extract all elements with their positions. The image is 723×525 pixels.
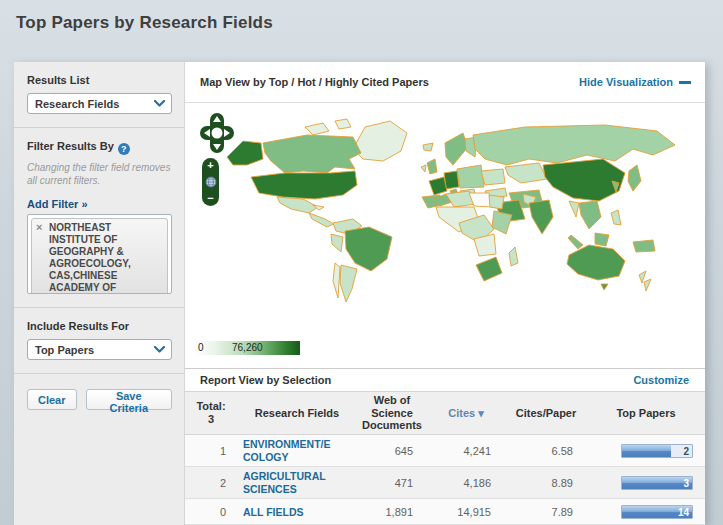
zoom-in-icon[interactable]: +: [207, 160, 213, 170]
legend-min: 0: [198, 342, 204, 353]
total-value: 3: [187, 413, 235, 426]
page-title: Top Papers by Research Fields: [16, 13, 273, 33]
report-view-title: Report View by Selection: [200, 374, 331, 386]
include-results-value: Top Papers: [35, 344, 94, 356]
column-header-cites[interactable]: Cites ▾: [427, 392, 505, 435]
cites-value: 4,186: [427, 467, 505, 499]
top-papers-value: 14: [678, 506, 689, 519]
save-criteria-button[interactable]: Save Criteria: [86, 389, 172, 410]
content-panel: Results List Research Fields Filter Resu…: [14, 62, 705, 525]
sort-desc-icon: ▾: [478, 407, 484, 419]
world-map[interactable]: [185, 103, 705, 368]
hide-visualization-label: Hide Visualization: [579, 76, 673, 88]
map-header: Map View by Top / Hot / Highly Cited Pap…: [185, 62, 705, 103]
top-papers-bar: 14: [621, 505, 693, 519]
row-number: 1: [185, 434, 237, 466]
total-label: Total:: [187, 400, 235, 413]
top-papers-bar-fill: [622, 477, 692, 489]
include-results-section: Include Results For Top Papers: [14, 307, 184, 373]
filter-chip-label: NORTHEAST INSTITUTE OF GEOGRAPHY & AGROE…: [49, 222, 163, 294]
filter-note: Changing the filter field removes all cu…: [27, 162, 172, 187]
map-legend: 0 76,260: [196, 341, 300, 355]
cites-per-paper-value: 8.89: [505, 467, 587, 499]
column-header-total: Total: 3: [185, 392, 237, 435]
report-header: Report View by Selection Customize: [185, 368, 705, 391]
table-row: 0 ALL FIELDS 1,891 14,915 7.89 14: [185, 499, 705, 525]
results-table: Total: 3 Research Fields Web of Science …: [185, 391, 705, 525]
column-header-cites-per-paper: Cites/Paper: [505, 392, 587, 435]
research-field-link[interactable]: ENVIRONMENT/ECOLOGY: [243, 438, 335, 463]
top-papers-value: 2: [683, 445, 689, 458]
clear-button[interactable]: Clear: [27, 389, 77, 410]
filter-results-label-text: Filter Results By: [27, 140, 114, 152]
results-list-value: Research Fields: [35, 98, 119, 110]
results-list-label: Results List: [27, 74, 172, 86]
filter-section: Filter Results By? Changing the filter f…: [14, 127, 184, 307]
filter-listbox[interactable]: × NORTHEAST INSTITUTE OF GEOGRAPHY & AGR…: [27, 214, 172, 294]
results-list-select[interactable]: Research Fields: [27, 93, 172, 114]
results-list-section: Results List Research Fields: [14, 62, 184, 127]
globe-icon[interactable]: [205, 176, 217, 188]
map-pan-control[interactable]: [199, 112, 235, 154]
filter-results-label: Filter Results By?: [27, 140, 172, 155]
column-header-documents: Web of Science Documents: [357, 392, 427, 435]
top-papers-bar: 3: [621, 476, 693, 490]
legend-max: 76,260: [232, 342, 263, 353]
research-field-link[interactable]: AGRICULTURAL SCIENCES: [243, 470, 335, 495]
table-row: 2 AGRICULTURAL SCIENCES 471 4,186 8.89 3: [185, 467, 705, 499]
cites-value: 14,915: [427, 499, 505, 525]
remove-filter-icon[interactable]: ×: [36, 221, 42, 233]
actions-section: Clear Save Criteria: [14, 373, 184, 423]
map-view-title: Map View by Top / Hot / Highly Cited Pap…: [200, 76, 429, 88]
help-icon[interactable]: ?: [118, 143, 130, 155]
customize-link[interactable]: Customize: [633, 374, 689, 386]
include-results-select[interactable]: Top Papers: [27, 339, 172, 360]
top-papers-value: 3: [683, 477, 689, 490]
documents-value: 1,891: [357, 499, 427, 525]
row-number: 2: [185, 467, 237, 499]
collapse-icon: [679, 81, 691, 84]
documents-value: 645: [357, 434, 427, 466]
hide-visualization-link[interactable]: Hide Visualization: [579, 76, 691, 88]
row-number: 0: [185, 499, 237, 525]
cites-label: Cites: [448, 407, 475, 419]
include-results-label: Include Results For: [27, 320, 172, 332]
cites-per-paper-value: 7.89: [505, 499, 587, 525]
main-content: Map View by Top / Hot / Highly Cited Pap…: [185, 62, 705, 525]
column-header-top-papers: Top Papers: [587, 392, 705, 435]
cites-value: 4,241: [427, 434, 505, 466]
documents-value: 471: [357, 467, 427, 499]
chevron-down-icon: [154, 346, 165, 353]
top-papers-bar: 2: [621, 444, 693, 458]
table-row: 1 ENVIRONMENT/ECOLOGY 645 4,241 6.58 2: [185, 434, 705, 466]
map-zoom-control[interactable]: + −: [202, 158, 219, 206]
zoom-out-icon[interactable]: −: [207, 193, 213, 203]
map-visualization: + − 0 76,260: [185, 103, 705, 368]
add-filter-link[interactable]: Add Filter »: [27, 198, 88, 210]
chevron-down-icon: [154, 100, 165, 107]
filter-chip[interactable]: × NORTHEAST INSTITUTE OF GEOGRAPHY & AGR…: [31, 218, 168, 294]
sidebar: Results List Research Fields Filter Resu…: [14, 62, 185, 525]
column-header-research-fields: Research Fields: [237, 392, 357, 435]
table-header-row: Total: 3 Research Fields Web of Science …: [185, 392, 705, 435]
top-papers-bar-fill: [622, 445, 671, 457]
cites-per-paper-value: 6.58: [505, 434, 587, 466]
research-field-link[interactable]: ALL FIELDS: [243, 506, 303, 519]
